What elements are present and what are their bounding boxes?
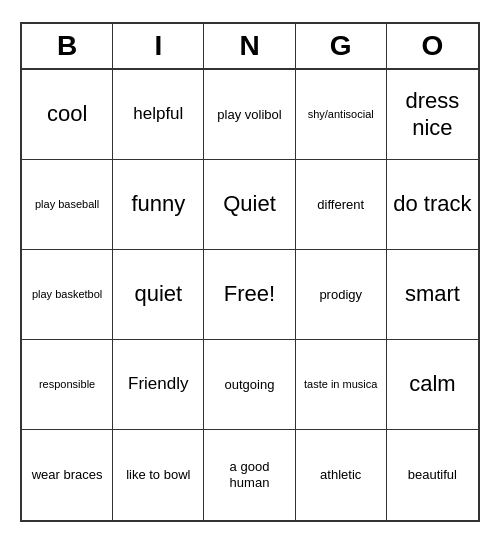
- cell-text: helpful: [133, 104, 183, 124]
- cell-text: cool: [47, 101, 87, 127]
- cell-text: a good human: [208, 459, 290, 490]
- bingo-cell[interactable]: like to bowl: [113, 430, 204, 520]
- header-letter: G: [296, 24, 387, 68]
- cell-text: Quiet: [223, 191, 276, 217]
- bingo-cell[interactable]: responsible: [22, 340, 113, 430]
- bingo-cell[interactable]: a good human: [204, 430, 295, 520]
- cell-text: play baseball: [35, 198, 99, 211]
- bingo-cell[interactable]: wear braces: [22, 430, 113, 520]
- bingo-cell[interactable]: dress nice: [387, 70, 478, 160]
- bingo-grid: coolhelpfulplay volibolshy/antisocialdre…: [22, 70, 478, 520]
- cell-text: shy/antisocial: [308, 108, 374, 121]
- bingo-cell[interactable]: cool: [22, 70, 113, 160]
- cell-text: calm: [409, 371, 455, 397]
- cell-text: do track: [393, 191, 471, 217]
- cell-text: responsible: [39, 378, 95, 391]
- bingo-cell[interactable]: Friendly: [113, 340, 204, 430]
- cell-text: athletic: [320, 467, 361, 483]
- cell-text: Free!: [224, 281, 275, 307]
- bingo-cell[interactable]: taste in musica: [296, 340, 387, 430]
- bingo-cell[interactable]: smart: [387, 250, 478, 340]
- bingo-header: BINGO: [22, 24, 478, 70]
- cell-text: quiet: [134, 281, 182, 307]
- cell-text: play volibol: [217, 107, 281, 123]
- cell-text: funny: [131, 191, 185, 217]
- bingo-cell[interactable]: do track: [387, 160, 478, 250]
- cell-text: smart: [405, 281, 460, 307]
- bingo-cell[interactable]: athletic: [296, 430, 387, 520]
- cell-text: play basketbol: [32, 288, 102, 301]
- bingo-cell[interactable]: play volibol: [204, 70, 295, 160]
- cell-text: different: [317, 197, 364, 213]
- bingo-cell[interactable]: play baseball: [22, 160, 113, 250]
- bingo-cell[interactable]: play basketbol: [22, 250, 113, 340]
- bingo-cell[interactable]: helpful: [113, 70, 204, 160]
- bingo-cell[interactable]: Free!: [204, 250, 295, 340]
- bingo-cell[interactable]: quiet: [113, 250, 204, 340]
- bingo-card: BINGO coolhelpfulplay volibolshy/antisoc…: [20, 22, 480, 522]
- cell-text: outgoing: [225, 377, 275, 393]
- cell-text: like to bowl: [126, 467, 190, 483]
- cell-text: Friendly: [128, 374, 188, 394]
- cell-text: wear braces: [32, 467, 103, 483]
- cell-text: dress nice: [391, 88, 474, 141]
- header-letter: I: [113, 24, 204, 68]
- bingo-cell[interactable]: funny: [113, 160, 204, 250]
- header-letter: O: [387, 24, 478, 68]
- bingo-cell[interactable]: beautiful: [387, 430, 478, 520]
- header-letter: N: [204, 24, 295, 68]
- bingo-cell[interactable]: Quiet: [204, 160, 295, 250]
- bingo-cell[interactable]: different: [296, 160, 387, 250]
- bingo-cell[interactable]: outgoing: [204, 340, 295, 430]
- cell-text: prodigy: [319, 287, 362, 303]
- bingo-cell[interactable]: calm: [387, 340, 478, 430]
- header-letter: B: [22, 24, 113, 68]
- cell-text: beautiful: [408, 467, 457, 483]
- bingo-cell[interactable]: prodigy: [296, 250, 387, 340]
- bingo-cell[interactable]: shy/antisocial: [296, 70, 387, 160]
- cell-text: taste in musica: [304, 378, 377, 391]
